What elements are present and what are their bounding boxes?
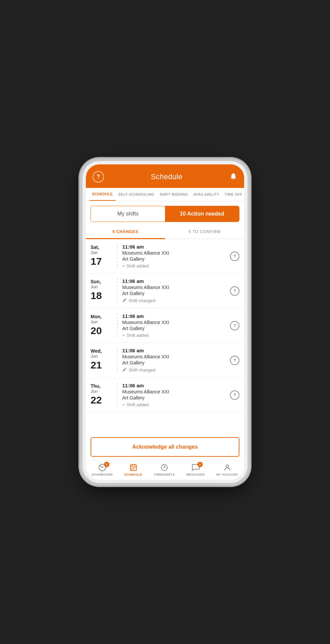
messages-label: MESSAGES xyxy=(186,473,205,476)
shift-status-text: Shift added xyxy=(127,333,149,338)
month: Jun xyxy=(91,250,98,255)
tab-availability[interactable]: AVAILABILITY xyxy=(191,188,222,200)
day-number: 17 xyxy=(91,256,102,267)
shift-date: Sat, Jun 17 xyxy=(91,244,112,268)
shift-divider xyxy=(117,278,118,303)
timesheets-label: TIMESHEETS xyxy=(154,473,175,476)
shift-help-icon[interactable]: ? xyxy=(230,356,239,365)
shift-item[interactable]: Mon, Jun 20 11:06 am Museums Alliance XX… xyxy=(86,309,244,343)
shift-status: Shift changed xyxy=(122,367,227,373)
dashboard-badge: 2 xyxy=(104,462,109,467)
svg-point-1 xyxy=(102,467,103,468)
day-number: 21 xyxy=(91,359,102,371)
shift-location: Art Gallery xyxy=(122,291,227,296)
nav-schedule[interactable]: SCHEDULE xyxy=(124,463,142,476)
shift-help-icon[interactable]: ? xyxy=(230,286,239,296)
shift-status: Shift changed xyxy=(122,298,227,303)
shift-divider xyxy=(117,244,118,268)
day-number: 22 xyxy=(91,394,102,406)
month: Jun xyxy=(91,389,98,394)
subtab-confirm[interactable]: 5 TO CONFIRM xyxy=(165,225,244,238)
shifts-list: Sat, Jun 17 11:06 am Museums Alliance XX… xyxy=(86,239,244,432)
shift-help-icon[interactable]: ? xyxy=(230,390,239,400)
svg-rect-6 xyxy=(131,468,132,469)
dashboard-label: DASHBOARD xyxy=(92,473,113,476)
dashboard-icon-wrap: 2 xyxy=(97,463,107,472)
shift-details: 11:06 am Museums Alliance XXI Art Galler… xyxy=(122,348,227,373)
shift-status-text: Shift changed xyxy=(129,367,156,373)
shift-time: 11:06 am xyxy=(122,278,227,284)
schedule-icon-wrap xyxy=(128,463,138,472)
messages-icon-wrap: 2 xyxy=(191,463,201,472)
month: Jun xyxy=(91,354,98,359)
action-needed-button[interactable]: 10 Action needed xyxy=(165,206,239,222)
day-name: Mon, xyxy=(91,314,102,319)
shift-date: Sun, Jun 18 xyxy=(91,278,112,303)
status-add-icon: + xyxy=(122,333,125,338)
nav-tabs: SCHEDULE SELF-SCHEDULING SHIFT BIDDING A… xyxy=(86,188,244,201)
nav-messages[interactable]: 2 MESSAGES xyxy=(186,463,205,476)
status-edit-icon xyxy=(122,367,127,373)
acknowledge-all-button[interactable]: Acknowledge all changes xyxy=(91,437,239,457)
sub-tabs: 5 CHANGES 5 TO CONFIRM xyxy=(86,225,244,239)
shift-location: Art Gallery xyxy=(122,360,227,365)
month: Jun xyxy=(91,319,98,324)
shift-help-icon[interactable]: ? xyxy=(230,321,239,330)
shift-location: Art Gallery xyxy=(122,395,227,400)
shift-time: 11:06 am xyxy=(122,313,227,319)
shift-item[interactable]: Thu, Jun 22 11:06 am Museums Alliance XX… xyxy=(86,378,244,412)
svg-rect-8 xyxy=(134,468,135,469)
day-name: Thu, xyxy=(91,383,101,389)
bottom-nav: 2 DASHBOARD xyxy=(86,460,244,480)
shift-item[interactable]: Wed, Jun 21 11:06 am Museums Alliance XX… xyxy=(86,343,244,378)
nav-dashboard[interactable]: 2 DASHBOARD xyxy=(92,463,113,476)
shift-date: Thu, Jun 22 xyxy=(91,383,112,407)
shift-divider xyxy=(117,313,118,338)
shift-org: Museums Alliance XXI xyxy=(122,285,227,290)
tab-schedule[interactable]: SCHEDULE xyxy=(89,188,116,201)
shift-org: Museums Alliance XXI xyxy=(122,250,227,256)
day-number: 20 xyxy=(91,325,102,336)
nav-account[interactable]: MY ACCOUNT xyxy=(216,463,238,476)
shift-status-text: Shift added xyxy=(127,402,149,407)
shift-help-icon[interactable]: ? xyxy=(230,252,239,261)
svg-rect-10 xyxy=(133,469,134,470)
timesheets-icon-wrap xyxy=(159,463,169,472)
shift-status: + Shift added xyxy=(122,333,227,338)
day-name: Wed, xyxy=(91,348,102,354)
day-number: 18 xyxy=(91,290,102,301)
bottom-action-area: Acknowledge all changes xyxy=(86,432,244,460)
timesheets-icon xyxy=(160,463,168,472)
screen: ? Schedule SCHEDULE SELF-SCHEDULING SHIF… xyxy=(86,164,244,480)
day-name: Sun, xyxy=(91,279,101,284)
shift-item[interactable]: Sat, Jun 17 11:06 am Museums Alliance XX… xyxy=(86,239,244,273)
tab-self-scheduling[interactable]: SELF-SCHEDULING xyxy=(116,188,157,200)
toggle-row: My shifts 10 Action needed xyxy=(91,206,239,222)
shift-divider xyxy=(117,348,118,373)
subtab-changes[interactable]: 5 CHANGES xyxy=(86,225,165,239)
account-label: MY ACCOUNT xyxy=(216,473,238,476)
help-icon[interactable]: ? xyxy=(93,171,104,183)
shift-org: Museums Alliance XXI xyxy=(122,389,227,394)
shift-details: 11:06 am Museums Alliance XXI Art Galler… xyxy=(122,278,227,303)
shift-details: 11:06 am Museums Alliance XXI Art Galler… xyxy=(122,244,227,268)
header: ? Schedule xyxy=(86,164,244,188)
shift-status: + Shift added xyxy=(122,402,227,407)
account-icon-wrap xyxy=(222,463,232,472)
page-title: Schedule xyxy=(151,172,183,181)
notification-bell-icon[interactable] xyxy=(229,172,237,182)
svg-point-12 xyxy=(226,465,229,468)
tab-time-off[interactable]: TIME OFF xyxy=(222,188,244,200)
shift-details: 11:06 am Museums Alliance XXI Art Galler… xyxy=(122,313,227,338)
day-name: Sat, xyxy=(91,245,99,250)
shift-date: Wed, Jun 21 xyxy=(91,348,112,373)
shift-date: Mon, Jun 20 xyxy=(91,313,112,338)
month: Jun xyxy=(91,284,98,289)
shift-item[interactable]: Sun, Jun 18 11:06 am Museums Alliance XX… xyxy=(86,273,244,309)
schedule-icon xyxy=(129,463,137,472)
nav-timesheets[interactable]: TIMESHEETS xyxy=(154,463,175,476)
schedule-label: SCHEDULE xyxy=(124,473,142,476)
shift-org: Museums Alliance XXI xyxy=(122,354,227,359)
tab-shift-bidding[interactable]: SHIFT BIDDING xyxy=(157,188,191,200)
my-shifts-button[interactable]: My shifts xyxy=(91,206,165,222)
